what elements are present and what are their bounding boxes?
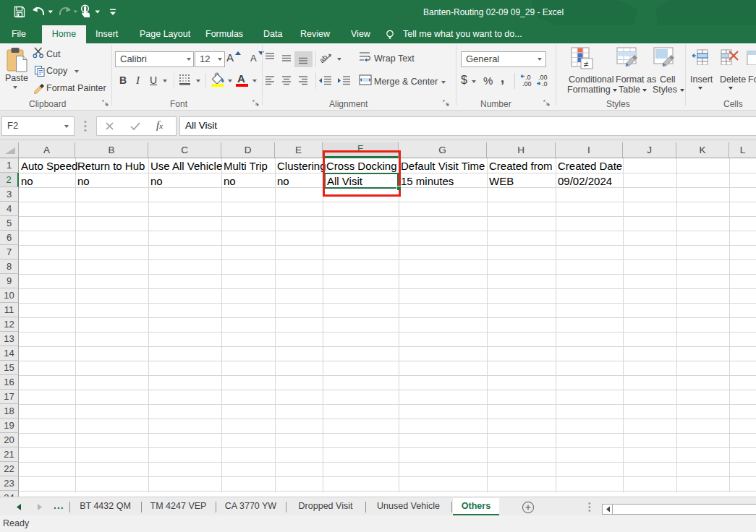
svg-text:.00: .00 bbox=[522, 80, 532, 87]
svg-text:.0: .0 bbox=[525, 74, 531, 81]
svg-text:.0: .0 bbox=[542, 80, 548, 87]
svg-text:.00: .00 bbox=[538, 74, 548, 81]
svg-text:≠: ≠ bbox=[584, 59, 589, 69]
